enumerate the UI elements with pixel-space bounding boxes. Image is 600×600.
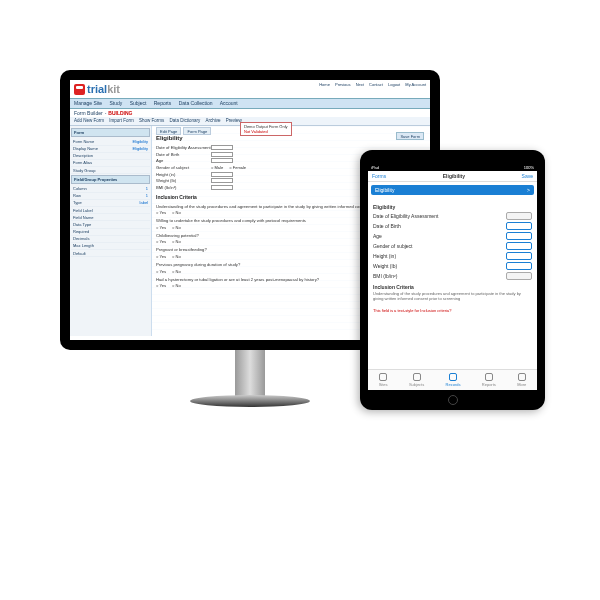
menu-subject[interactable]: Subject (130, 100, 147, 106)
tab-more[interactable]: More (517, 373, 526, 387)
home-button[interactable] (448, 395, 458, 405)
link-account[interactable]: My Account (405, 82, 426, 87)
side-prop-row: Row1 (71, 193, 150, 200)
t-field: Age (373, 232, 532, 240)
select-input[interactable] (506, 242, 532, 250)
link-logout[interactable]: Logout (388, 82, 400, 87)
num-input[interactable] (506, 252, 532, 260)
tab-reports[interactable]: Reports (482, 373, 496, 387)
num-input[interactable] (211, 172, 233, 177)
t-field: Weight (lb) (373, 262, 532, 270)
side-prop-row: Required (71, 229, 150, 236)
save-form-button[interactable]: Save Form (396, 132, 424, 140)
menu-reports[interactable]: Reports (154, 100, 172, 106)
num-input[interactable] (506, 272, 532, 280)
tablet-body: Eligibility Date of Eligibility Assessme… (368, 198, 537, 315)
num-input[interactable] (211, 178, 233, 183)
records-icon (449, 373, 457, 381)
side-prop-row: Data Type (71, 221, 150, 228)
date-input[interactable] (506, 212, 532, 220)
tab-form[interactable]: Form Page (183, 127, 211, 135)
main-menu: Manage Site Study Subject Reports Data C… (70, 98, 430, 109)
side-prop-row: Typelabel (71, 200, 150, 207)
date-input[interactable] (506, 222, 532, 230)
num-input[interactable] (506, 232, 532, 240)
status-right: 100% (524, 165, 534, 170)
status-left: iPad (371, 165, 379, 170)
side-form-row: Form NameEligibility (71, 138, 150, 145)
logo-text-1: trial (87, 82, 107, 96)
menu-study[interactable]: Study (109, 100, 122, 106)
nav-bar: Forms Eligibility Save (368, 171, 537, 182)
inclusion-header: Inclusion Criteria (373, 284, 532, 290)
radio-group[interactable]: MaleFemale (211, 165, 252, 170)
date-input[interactable] (211, 152, 233, 157)
top-right-links: Home Previous Next Contact Logout My Acc… (315, 82, 426, 87)
menu-manage-site[interactable]: Manage Site (74, 100, 102, 106)
validation-text: This field is a text-style for Inclusion… (373, 308, 532, 313)
t-field: Date of Eligibility Assessment (373, 212, 532, 220)
tab-subjects[interactable]: Subjects (409, 373, 424, 387)
menu-account[interactable]: Account (220, 100, 238, 106)
logo-icon (74, 84, 85, 95)
side-prop-row: Decimals (71, 236, 150, 243)
side-prop-row: Field Label (71, 207, 150, 214)
t-field: Date of Birth (373, 222, 532, 230)
tablet-screen: iPad 100% Forms Eligibility Save Eligibi… (368, 164, 537, 390)
link-home[interactable]: Home (319, 82, 330, 87)
badge-sub: Not Validated (244, 129, 288, 134)
t-field: BMI (lb/in²) (373, 272, 532, 280)
date-input[interactable] (211, 145, 233, 150)
nav-title: Eligibility (443, 173, 465, 179)
sites-icon (379, 373, 387, 381)
tab-edit[interactable]: Edit Page (156, 127, 181, 135)
side-form-header[interactable]: Form (71, 128, 150, 137)
reports-icon (485, 373, 493, 381)
link-next[interactable]: Next (356, 82, 364, 87)
tab-bar: Sites Subjects Records Reports More (368, 369, 537, 390)
side-prop-row: Column1 (71, 185, 150, 192)
side-form-row: Description (71, 153, 150, 160)
tool-archive[interactable]: Archive (205, 118, 220, 123)
monitor-stand-base (190, 395, 310, 407)
side-form-row: Study Group (71, 167, 150, 174)
side-prop-row: Max Length (71, 243, 150, 250)
nav-save[interactable]: Save (522, 173, 533, 179)
tool-import[interactable]: Import Form (109, 118, 134, 123)
tool-add-form[interactable]: Add New Form (74, 118, 104, 123)
form-header-label: Eligibility (375, 187, 394, 193)
form-builder-bar: Form Builder - BUILDING (70, 109, 430, 118)
inclusion-text: Understanding of the study procedures an… (373, 292, 532, 302)
num-input[interactable] (211, 185, 233, 190)
subjects-icon (413, 373, 421, 381)
status-bar: iPad 100% (368, 164, 537, 171)
side-props-header[interactable]: Field/Group Properties (71, 175, 150, 184)
demo-badge: Demo Output Form Only Not Validated (240, 122, 292, 136)
link-contact[interactable]: Contact (369, 82, 383, 87)
tablet-device: iPad 100% Forms Eligibility Save Eligibi… (360, 150, 545, 410)
tab-sites[interactable]: Sites (379, 373, 388, 387)
monitor-stand-neck (235, 350, 265, 400)
tab-records[interactable]: Records (446, 373, 461, 387)
side-form-row: Display NameEligibility (71, 146, 150, 153)
section-title: Eligibility (373, 204, 532, 210)
tool-dictionary[interactable]: Data Dictionary (170, 118, 201, 123)
chevron-right-icon: > (527, 187, 530, 193)
more-icon (518, 373, 526, 381)
tool-show[interactable]: Show Forms (139, 118, 164, 123)
num-input[interactable] (211, 158, 233, 163)
building-status: BUILDING (108, 110, 132, 117)
t-field: Gender of subject (373, 242, 532, 250)
form-builder-label: Form Builder (74, 110, 103, 117)
t-field: Height (in) (373, 252, 532, 260)
form-title: Eligibility (156, 135, 426, 143)
link-previous[interactable]: Previous (335, 82, 351, 87)
menu-data-collection[interactable]: Data Collection (179, 100, 213, 106)
side-form-row: Form Alias (71, 160, 150, 167)
sidebar: Form Form NameEligibility Display NameEl… (70, 126, 152, 336)
form-header-bar[interactable]: Eligibility > (371, 185, 534, 195)
side-prop-row: Default (71, 250, 150, 257)
num-input[interactable] (506, 262, 532, 270)
nav-back[interactable]: Forms (372, 173, 386, 179)
logo-text-2: kit (107, 82, 120, 96)
